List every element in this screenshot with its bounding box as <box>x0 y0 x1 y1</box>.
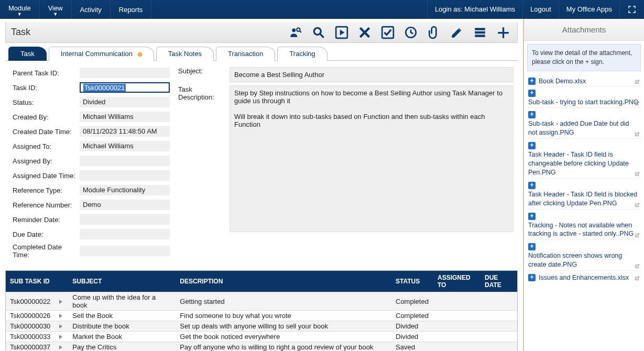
cell-expand[interactable] <box>54 321 68 332</box>
user-search-icon[interactable] <box>289 26 302 39</box>
edit-icon[interactable] <box>450 26 464 39</box>
notification-dot-icon <box>138 52 142 57</box>
cell-due <box>481 332 517 342</box>
search-icon[interactable] <box>312 26 325 39</box>
cell-description: Set up deals with anyone willing to sell… <box>176 321 391 332</box>
field-description[interactable]: Step by Step instructions on how to beco… <box>230 85 514 232</box>
col-assigned-to[interactable]: ASSIGNED TO <box>433 271 481 292</box>
attachments-hint: To view the detail of the attachment, pl… <box>527 44 641 71</box>
nav-reports[interactable]: Reports <box>111 0 152 18</box>
nav-module[interactable]: Module ▼ <box>0 0 40 18</box>
cell-expand[interactable] <box>54 311 68 321</box>
label-created-by: Created By: <box>13 113 80 121</box>
expand-attachment-button[interactable]: + <box>528 182 536 189</box>
checkbox-icon[interactable] <box>381 26 395 39</box>
cell-due <box>481 292 517 311</box>
expand-attachment-button[interactable]: + <box>528 243 536 250</box>
col-subtask-id[interactable]: SUB TASK ID <box>6 271 54 292</box>
attachment-name: Notification screen shows wrong create d… <box>528 251 640 269</box>
tab-label: Tracking <box>289 50 315 58</box>
table-row[interactable]: Tsk00000037Pay the CriticsPay off anyone… <box>6 342 517 352</box>
nav-left: Module ▼ View ▼ Activity Reports <box>0 0 151 18</box>
expand-attachment-button[interactable]: + <box>528 90 536 97</box>
cell-assigned <box>433 321 481 332</box>
subtask-table-wrap: SUB TASK ID SUBJECT DESCRIPTION STATUS A… <box>5 270 518 351</box>
cell-description: Pay off anyone who is willing to right a… <box>176 342 391 352</box>
cell-subject: Sell the Book <box>68 311 176 321</box>
title-bar: Task <box>5 22 518 43</box>
attachment-item[interactable]: +Issues and Enhancements.xlsx <box>527 270 641 282</box>
field-ref-type[interactable]: Module Functionality <box>80 185 170 195</box>
fullscreen-button[interactable] <box>619 0 644 18</box>
attachment-item[interactable]: +Task Header - Task ID field is changeab… <box>527 138 641 178</box>
tab-internal-communication[interactable]: Internal Communication <box>49 47 154 61</box>
cell-subject: Pay the Critics <box>68 342 176 352</box>
field-created-dt[interactable]: 08/11/2023 11:48:50 AM <box>80 126 170 137</box>
paperclip-icon[interactable] <box>427 26 441 39</box>
field-status[interactable]: Divided <box>80 97 170 107</box>
caret-down-icon: ▼ <box>53 13 58 16</box>
list-icon[interactable] <box>473 26 487 39</box>
tab-task[interactable]: Task <box>8 47 47 61</box>
tab-tracking[interactable]: Tracking <box>277 47 327 61</box>
field-assigned-by[interactable] <box>80 156 170 166</box>
field-subject[interactable]: Become a Best Selling Author <box>230 67 514 82</box>
login-as[interactable]: Login as: Michael Williams <box>427 0 522 18</box>
nav-reports-label: Reports <box>119 6 143 14</box>
label-status: Status: <box>13 98 80 106</box>
office-apps-button[interactable]: My Office Apps <box>559 0 619 18</box>
tab-task-notes[interactable]: Task Notes <box>156 47 214 61</box>
clock-icon[interactable] <box>404 26 418 39</box>
svg-point-1 <box>297 28 300 31</box>
chevron-right-icon <box>59 314 62 318</box>
field-ref-num[interactable]: Demo <box>80 200 170 210</box>
col-description[interactable]: DESCRIPTION <box>176 271 391 292</box>
field-assigned-to[interactable]: Michael Williams <box>80 141 170 151</box>
field-created-by[interactable]: Michael Williams <box>80 112 170 122</box>
table-row[interactable]: Tsk00000026Sell the BookFind someone to … <box>6 311 517 321</box>
col-status[interactable]: STATUS <box>391 271 433 292</box>
table-row[interactable]: Tsk00000022Come up with the idea for a b… <box>6 292 517 311</box>
cell-expand[interactable] <box>54 332 68 342</box>
table-row[interactable]: Tsk00000030Distribute the bookSet up dea… <box>6 321 517 332</box>
cell-expand[interactable] <box>54 292 68 311</box>
close-icon[interactable] <box>358 26 372 39</box>
cell-subject: Distribute the book <box>68 321 176 332</box>
attachment-item[interactable]: +Sub-task - added Due Date but did not a… <box>527 107 641 138</box>
attachment-item[interactable]: +Task Header - Task ID field is blocked … <box>527 178 641 209</box>
chevron-right-icon <box>59 324 62 328</box>
attachment-item[interactable]: +Sub-task - trying to start tracking.PNG <box>527 86 641 108</box>
expand-attachment-button[interactable]: + <box>528 78 536 85</box>
field-completed[interactable] <box>80 246 170 256</box>
plus-icon[interactable] <box>496 26 510 39</box>
attachment-item[interactable]: +Book Demo.xlsx <box>527 74 641 86</box>
tab-transaction[interactable]: Transaction <box>216 47 275 61</box>
cell-expand[interactable] <box>54 342 68 352</box>
cell-subtask-id: Tsk00000022 <box>6 292 54 311</box>
cell-description: Find someone to buy what you wrote <box>176 311 391 321</box>
logout-button[interactable]: Logout <box>522 0 559 18</box>
cell-subject: Market the Book <box>68 332 176 342</box>
expand-attachment-button[interactable]: + <box>528 111 536 118</box>
play-icon[interactable] <box>335 26 348 39</box>
field-reminder[interactable] <box>80 214 170 225</box>
office-apps-label: My Office Apps <box>566 5 612 13</box>
field-due[interactable] <box>80 229 170 239</box>
field-task-id[interactable]: Tsk00000021 <box>80 82 170 93</box>
expand-attachment-button[interactable]: + <box>528 274 536 281</box>
nav-activity[interactable]: Activity <box>72 0 111 18</box>
attachment-name: Task Header - Task ID field is changeabl… <box>528 150 640 177</box>
nav-view[interactable]: View ▼ <box>40 0 72 18</box>
expand-attachment-button[interactable]: + <box>528 213 536 220</box>
table-row[interactable]: Tsk00000033Market the BookGet the book n… <box>6 332 517 342</box>
label-ref-type: Reference Type: <box>13 187 80 194</box>
nav-activity-label: Activity <box>80 6 102 14</box>
col-subject[interactable]: SUBJECT <box>68 271 176 292</box>
col-due-date[interactable]: DUE DATE <box>481 271 517 292</box>
field-parent-task-id[interactable] <box>80 68 170 78</box>
attachment-item[interactable]: +Notification screen shows wrong create … <box>527 239 641 270</box>
attachment-item[interactable]: +Tracking - Notes not available when tra… <box>527 209 641 240</box>
field-assigned-dt[interactable] <box>80 170 170 181</box>
expand-attachment-button[interactable]: + <box>528 142 536 149</box>
label-due: Due Date: <box>13 231 80 238</box>
